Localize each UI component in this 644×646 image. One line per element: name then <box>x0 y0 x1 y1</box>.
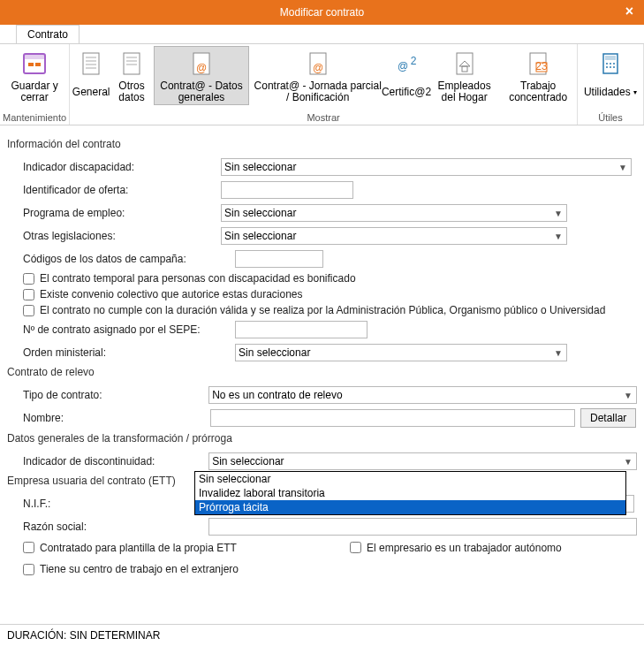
tabstrip: Contrato <box>0 25 644 44</box>
label-ident-oferta: Identificador de oferta: <box>23 184 221 196</box>
status-text: DURACIÓN: SIN DETERMINAR <box>7 629 160 642</box>
chevron-down-icon: ▼ <box>554 348 563 358</box>
input-ident-oferta[interactable] <box>221 181 353 199</box>
svg-point-28 <box>610 63 611 65</box>
svg-rect-26 <box>605 56 616 60</box>
label-tipo-contrato: Tipo de contrato: <box>23 389 208 401</box>
house-icon <box>451 49 479 78</box>
section-info-contrato: Información del contrato <box>7 138 637 150</box>
chk-bonificado[interactable] <box>23 273 34 285</box>
label-indicador-disc: Indicador discapacidad: <box>23 161 221 173</box>
svg-point-32 <box>613 66 615 68</box>
svg-text:@: @ <box>313 62 323 74</box>
svg-rect-2 <box>28 63 34 66</box>
select-indicador-discontinuidad[interactable]: Sin seleccionar▼ <box>208 452 637 470</box>
section-relevo: Contrato de relevo <box>7 366 637 378</box>
label-nif: N.I.F.: <box>23 498 210 510</box>
label-otras-leg: Otras legislaciones: <box>23 230 221 242</box>
svg-point-31 <box>610 66 611 68</box>
jornada-button[interactable]: @ Contrat@ - Jornada parcial / Bonificac… <box>249 46 386 104</box>
save-close-button[interactable]: Guardar y cerrar <box>3 46 66 104</box>
chk-extranjero[interactable] <box>23 564 34 575</box>
svg-rect-9 <box>124 53 140 74</box>
close-icon[interactable]: × <box>625 4 633 19</box>
document-icon <box>117 49 146 78</box>
document-at-icon: @ <box>304 49 332 78</box>
svg-text:2: 2 <box>411 55 417 67</box>
ribbon-group-mostrar: General Otros datos @ Contrat@ - Datos g… <box>70 44 578 125</box>
chevron-down-icon: ▾ <box>633 87 637 98</box>
input-codigos[interactable] <box>235 250 323 268</box>
label-programa: Programa de empleo: <box>23 207 221 219</box>
utilidades-button[interactable]: Utilidades ▾ <box>580 46 640 104</box>
datos-generales-button[interactable]: @ Contrat@ - Datos generales <box>154 46 249 105</box>
svg-rect-19 <box>457 53 473 74</box>
chevron-down-icon: ▼ <box>618 163 627 172</box>
select-programa[interactable]: Sin seleccionar▼ <box>221 204 567 222</box>
save-icon <box>20 49 49 78</box>
svg-rect-4 <box>83 53 99 74</box>
detallar-button[interactable]: Detallar <box>580 408 636 428</box>
ribbon-group-label: Útiles <box>580 110 640 125</box>
svg-rect-3 <box>35 63 41 66</box>
input-num-sepe[interactable] <box>235 321 367 338</box>
chk-duracion[interactable] <box>23 305 34 316</box>
ribbon-group-label: Mantenimiento <box>3 110 66 125</box>
dropdown-option-selected[interactable]: Prórroga tácita <box>195 500 625 514</box>
dropdown-discontinuidad[interactable]: Sin seleccionar Invalidez laboral transi… <box>194 471 626 515</box>
input-nombre[interactable] <box>210 409 575 427</box>
chk-convenio[interactable] <box>23 289 34 300</box>
dropdown-option[interactable]: Invalidez laboral transitoria <box>195 486 625 500</box>
concentrado-button[interactable]: 23 Trabajo concentrado <box>502 46 574 104</box>
svg-text:@: @ <box>196 62 207 74</box>
window-title: Modificar contrato <box>280 6 364 19</box>
chevron-down-icon: ▼ <box>554 209 563 218</box>
svg-text:23: 23 <box>535 60 548 72</box>
form-area: Información del contrato Indicador disca… <box>0 125 644 575</box>
label-nombre: Nombre: <box>23 412 210 424</box>
label-razon: Razón social: <box>23 521 208 533</box>
otros-datos-button[interactable]: Otros datos <box>110 46 154 104</box>
label-codigos: Códigos de los datos de campaña: <box>23 253 235 265</box>
ribbon-group-mantenimiento: Guardar y cerrar Mantenimiento <box>0 44 70 125</box>
hogar-button[interactable]: Empleados del Hogar <box>427 46 502 104</box>
general-button[interactable]: General <box>72 46 110 104</box>
svg-point-30 <box>606 66 608 68</box>
chk-plantilla[interactable] <box>23 542 34 553</box>
certific-button[interactable]: @2 Certific@2 <box>386 46 427 104</box>
calendar-icon: 23 <box>524 49 552 78</box>
document-at-icon: @ <box>187 49 216 78</box>
select-otras-leg[interactable]: Sin seleccionar▼ <box>221 227 567 245</box>
label-num-sepe: Nº de contrato asignado por el SEPE: <box>23 323 235 336</box>
svg-text:@: @ <box>398 60 408 72</box>
svg-rect-1 <box>24 54 45 59</box>
ribbon-group-label: Mostrar <box>72 110 574 125</box>
select-indicador-disc[interactable]: Sin seleccionar▼ <box>221 158 632 176</box>
chk-autonomo[interactable] <box>350 542 361 553</box>
label-orden: Orden ministerial: <box>23 346 235 359</box>
tab-contrato[interactable]: Contrato <box>16 25 80 43</box>
titlebar: Modificar contrato × <box>0 0 644 25</box>
svg-point-29 <box>613 63 615 65</box>
chevron-down-icon: ▼ <box>554 232 563 241</box>
calculator-icon <box>596 49 625 78</box>
chevron-down-icon: ▼ <box>624 391 633 400</box>
select-tipo-contrato[interactable]: No es un contrato de relevo▼ <box>208 386 637 404</box>
input-razon[interactable] <box>208 518 637 536</box>
ribbon: Guardar y cerrar Mantenimiento General O… <box>0 44 644 125</box>
section-transformacion: Datos generales de la transformación / p… <box>7 432 637 445</box>
at2-icon: @2 <box>392 49 420 78</box>
statusbar: DURACIÓN: SIN DETERMINAR <box>0 624 644 646</box>
dropdown-option[interactable]: Sin seleccionar <box>195 472 625 486</box>
ribbon-group-utiles: Utilidades ▾ Útiles <box>578 44 644 125</box>
select-orden[interactable]: Sin seleccionar▼ <box>235 344 567 361</box>
document-icon <box>77 49 105 78</box>
chevron-down-icon: ▼ <box>624 457 633 467</box>
label-indicador-disc2: Indicador de discontinuidad: <box>23 455 208 467</box>
svg-point-27 <box>606 63 608 65</box>
